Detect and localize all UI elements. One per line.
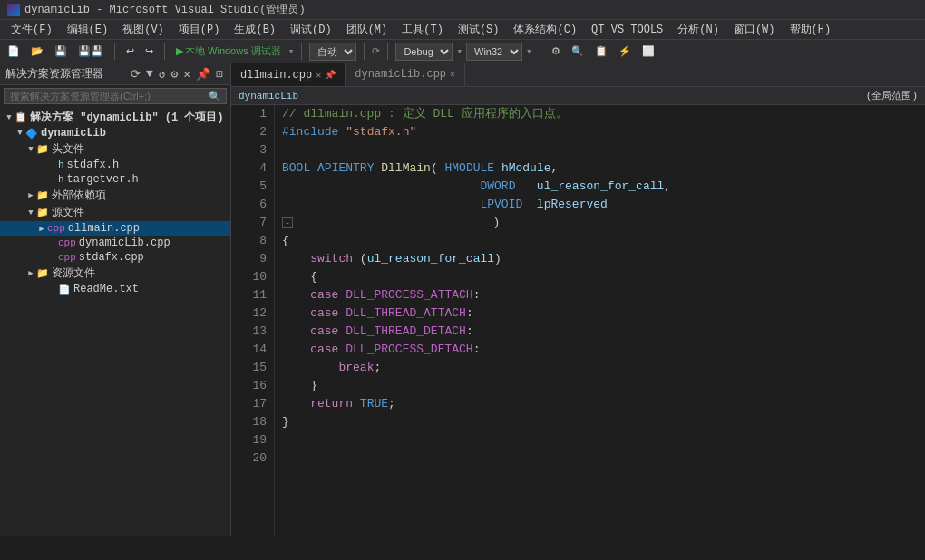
toolbar-btn2[interactable]: 🔍	[568, 43, 588, 59]
menu-item-c[interactable]: 体系结构(C)	[506, 20, 584, 39]
menu-item-e[interactable]: 编辑(E)	[60, 20, 116, 39]
toolbar-btn1[interactable]: ⚙	[548, 43, 564, 59]
se-window-btn[interactable]: ⊡	[214, 67, 225, 82]
line-number-7: 7	[235, 214, 267, 232]
code-editor: 1234567891011121314151617181920 // dllma…	[231, 105, 925, 536]
new-project-btn[interactable]: 📄	[4, 43, 24, 59]
tree-sources-folder[interactable]: ▼ 📁 源文件	[0, 204, 230, 221]
tab-dynamiclib-close[interactable]: ✕	[450, 69, 455, 80]
solution-icon: 📋	[15, 111, 27, 123]
save-btn[interactable]: 💾	[51, 43, 71, 59]
se-pin-btn[interactable]: 📌	[194, 67, 212, 82]
dynamiclib-label: dynamicLib.cpp	[79, 237, 170, 249]
tree-stdafx-h[interactable]: h stdafx.h	[0, 158, 230, 172]
tree-resources-folder[interactable]: ▶ 📁 资源文件	[0, 265, 230, 282]
token-plain	[338, 341, 346, 359]
se-title: 解决方案资源管理器	[5, 66, 103, 82]
platform-dropdown[interactable]: Win32	[466, 43, 522, 61]
project-label: dynamicLib	[41, 127, 106, 140]
token-plain	[338, 304, 346, 323]
sources-icon: 📁	[36, 207, 49, 218]
line-number-17: 17	[235, 395, 267, 413]
tree-headers-folder[interactable]: ▼ 📁 头文件	[0, 140, 230, 158]
undo-btn[interactable]: ↩	[122, 43, 138, 59]
line-number-1: 1	[235, 105, 267, 123]
token-plain	[282, 250, 310, 268]
se-settings-btn[interactable]: ⚙	[170, 67, 180, 82]
menu-item-w[interactable]: 窗口(W)	[726, 20, 783, 39]
se-sync-btn[interactable]: ⟳	[129, 67, 142, 82]
token-plain	[282, 341, 310, 359]
toolbar-btn4[interactable]: ⚡	[615, 43, 635, 59]
menu-item-qtvstools[interactable]: QT VS TOOLS	[584, 22, 670, 38]
tab-dllmain[interactable]: dllmain.cpp ✕ 📌	[231, 63, 346, 86]
open-btn[interactable]: 📂	[27, 43, 47, 59]
resources-label: 资源文件	[52, 266, 95, 281]
code-line-7: - )	[282, 214, 918, 232]
menu-item-s[interactable]: 测试(S)	[451, 20, 507, 39]
token-plain: ;	[388, 395, 395, 413]
toolbar: 📄 📂 💾 💾💾 ↩ ↪ ▶ 本地 Windows 调试器 ▾ 自动 ⟳ Deb…	[0, 40, 925, 63]
code-line-6: LPVOID lpReserved	[282, 196, 918, 214]
se-header: 解决方案资源管理器 ⟳ ▼ ↺ ⚙ ✕ 📌 ⊡	[0, 63, 230, 85]
auto-dropdown[interactable]: 自动	[309, 43, 356, 61]
tree-solution[interactable]: ▼ 📋 解决方案 "dynamicLib" (1 个项目)	[0, 109, 230, 126]
line-number-9: 9	[235, 250, 267, 268]
tab-dllmain-close[interactable]: ✕	[316, 70, 321, 81]
menu-item-p[interactable]: 项目(P)	[171, 20, 228, 39]
token-comment: // dllmain.cpp : 定义 DLL 应用程序的入口点。	[282, 105, 568, 123]
token-kw-flow: switch	[310, 250, 353, 268]
se-close-btn[interactable]: ✕	[181, 67, 192, 82]
menu-item-m[interactable]: 团队(M)	[339, 20, 395, 39]
tree-readme-txt[interactable]: 📄 ReadMe.txt	[0, 282, 230, 296]
menu-bar: 文件(F)编辑(E)视图(V)项目(P)生成(B)调试(D)团队(M)工具(T)…	[0, 20, 925, 40]
token-plain: {	[282, 268, 317, 286]
token-str: "stdafx.h"	[346, 123, 416, 141]
code-line-15: break;	[282, 359, 918, 377]
tab-dllmain-pin[interactable]: 📌	[325, 70, 336, 81]
tree-external-deps[interactable]: ▶ 📁 外部依赖项	[0, 187, 230, 204]
menu-item-b[interactable]: 生成(B)	[227, 20, 283, 39]
menu-item-n[interactable]: 分析(N)	[670, 20, 726, 39]
local-windows-label: 本地 Windows 调试器	[185, 44, 281, 58]
menu-item-v[interactable]: 视图(V)	[115, 20, 171, 39]
tree-project[interactable]: ▼ 🔷 dynamicLib	[0, 126, 230, 140]
code-content[interactable]: // dllmain.cpp : 定义 DLL 应用程序的入口点。#includ…	[275, 105, 925, 536]
token-macro: DLL_PROCESS_ATTACH	[346, 286, 472, 304]
token-plain	[522, 196, 537, 214]
token-plain: :	[473, 341, 481, 359]
token-plain: )	[494, 250, 501, 268]
code-line-12: case DLL_THREAD_ATTACH:	[282, 304, 918, 323]
token-kw-flow: case	[310, 304, 338, 323]
token-kw: TRUE	[360, 395, 388, 413]
menu-item-t[interactable]: 工具(T)	[394, 20, 451, 39]
start-debug-btn[interactable]: ▶ 本地 Windows 调试器	[172, 43, 285, 60]
debug-config-dropdown[interactable]: Debug	[395, 43, 453, 61]
menu-item-f[interactable]: 文件(F)	[4, 20, 60, 39]
token-macro: DLL_THREAD_ATTACH	[346, 304, 466, 323]
fold-indicator-7[interactable]: -	[282, 217, 293, 228]
menu-item-h[interactable]: 帮助(H)	[783, 20, 839, 39]
token-plain	[494, 159, 501, 178]
menu-item-d[interactable]: 调试(D)	[283, 20, 339, 39]
token-kw: HMODULE	[444, 159, 494, 178]
tree-dynamiclib-cpp[interactable]: cpp dynamicLib.cpp	[0, 236, 230, 250]
token-plain	[282, 395, 310, 413]
se-filter-btn[interactable]: ▼	[144, 67, 155, 81]
token-plain: ;	[374, 359, 381, 377]
token-plain: ,	[551, 159, 559, 178]
tab-dynamiclib[interactable]: dynamicLib.cpp ✕	[346, 63, 465, 86]
toolbar-btn5[interactable]: ⬜	[638, 43, 658, 59]
tree-targetver-h[interactable]: h targetver.h	[0, 172, 230, 187]
tree-dllmain-cpp[interactable]: ▶ cpp dllmain.cpp	[0, 221, 230, 236]
sep2	[164, 43, 165, 60]
toolbar-btn3[interactable]: 📋	[591, 43, 611, 59]
se-search-input[interactable]	[4, 88, 227, 104]
save-all-btn[interactable]: 💾💾	[74, 43, 107, 59]
project-arrow: ▼	[15, 129, 25, 138]
tree-stdafx-cpp[interactable]: cpp stdafx.cpp	[0, 250, 230, 265]
se-refresh-btn[interactable]: ↺	[157, 67, 168, 82]
search-icon: 🔍	[209, 91, 221, 102]
code-line-3	[282, 141, 918, 159]
redo-btn[interactable]: ↪	[141, 43, 157, 59]
